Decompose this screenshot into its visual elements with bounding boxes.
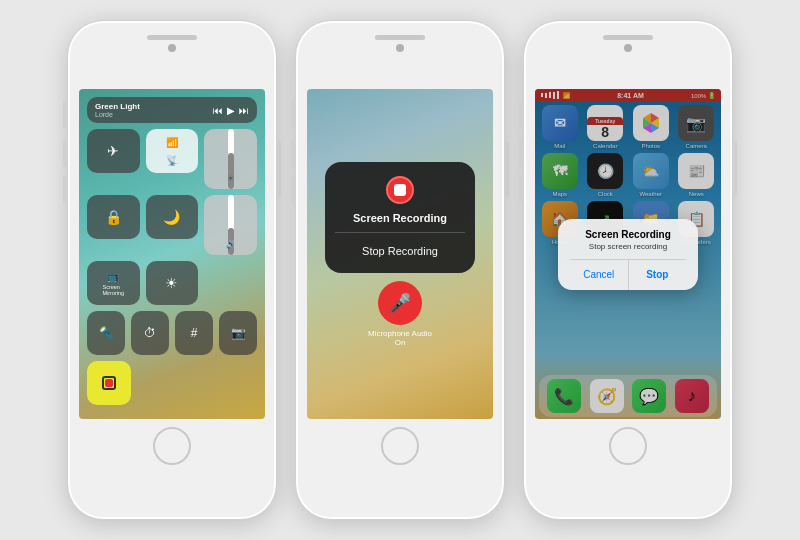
calculator-button[interactable]: # <box>175 311 213 355</box>
alert-overlay: Screen Recording Stop screen recording C… <box>535 89 721 419</box>
timer-button[interactable]: ⏱ <box>131 311 169 355</box>
control-center-bg: Green Light Lorde ⏮ ▶ ⏭ ✈ 📶 📡 <box>79 89 265 419</box>
connectivity-widget[interactable]: 📶 📡 <box>146 129 199 173</box>
alert-title: Screen Recording <box>570 229 686 240</box>
screen-mirroring-button[interactable]: 📺 ScreenMirroring <box>87 261 140 305</box>
power-button-2[interactable] <box>505 141 509 197</box>
front-camera <box>168 44 176 52</box>
iphone-1-top <box>68 21 276 89</box>
mute-button-2[interactable] <box>291 101 295 129</box>
airplane-icon: ✈ <box>107 143 119 159</box>
speaker-grille <box>147 35 197 40</box>
microphone-label: Microphone AudioOn <box>368 329 432 347</box>
airplane-mode-toggle[interactable]: ✈ <box>87 129 140 173</box>
volume-slider[interactable]: 🔊 <box>204 195 257 255</box>
microphone-area: 🎤 Microphone AudioOn <box>368 281 432 347</box>
iphone-1-screen: Green Light Lorde ⏮ ▶ ⏭ ✈ 📶 📡 <box>79 89 265 419</box>
home-button-2[interactable] <box>381 427 419 465</box>
brightness-tap[interactable]: ☀ <box>146 261 199 305</box>
moon-icon: 🌙 <box>163 209 180 225</box>
volume-up-button-2[interactable] <box>291 139 295 167</box>
volume-down-button-3[interactable] <box>519 175 523 203</box>
iphone-2-screen: Screen Recording Stop Recording 🎤 Microp… <box>307 89 493 419</box>
lock-rotation-icon: 🔒 <box>105 209 122 225</box>
bluetooth-icon[interactable]: 📡 <box>166 155 178 166</box>
screen-recording-popup: Screen Recording Stop Recording <box>325 162 475 273</box>
alert-buttons: Cancel Stop <box>570 260 686 290</box>
alert-cancel-button[interactable]: Cancel <box>570 260 628 290</box>
wifi-icon[interactable]: 📶 <box>166 137 178 148</box>
brightness-slider[interactable]: ☀ <box>204 129 257 189</box>
iphone-2-top <box>296 21 504 89</box>
iphone-1: Green Light Lorde ⏮ ▶ ⏭ ✈ 📶 📡 <box>67 20 277 520</box>
stop-recording-alert: Screen Recording Stop screen recording C… <box>558 219 698 290</box>
track-artist: Lorde <box>95 111 140 118</box>
iphone-3-top <box>524 21 732 89</box>
iphone-3: 📶 8:41 AM 100% 🔋 ✉ Mail Tuesday8 Calenda… <box>523 20 733 520</box>
alert-message: Stop screen recording <box>570 242 686 251</box>
screen-mirror-icon: 📺 <box>107 271 119 282</box>
popup-divider <box>335 232 465 233</box>
iphone-2: Screen Recording Stop Recording 🎤 Microp… <box>295 20 505 520</box>
volume-up-button[interactable] <box>63 139 67 167</box>
mute-button[interactable] <box>63 101 67 129</box>
brightness-icon: ☀ <box>165 275 178 291</box>
next-track-icon[interactable]: ⏭ <box>239 105 249 116</box>
speaker-grille-2 <box>375 35 425 40</box>
playback-controls[interactable]: ⏮ ▶ ⏭ <box>213 105 249 116</box>
iphone-3-screen: 📶 8:41 AM 100% 🔋 ✉ Mail Tuesday8 Calenda… <box>535 89 721 419</box>
screen-recording-bg: Screen Recording Stop Recording 🎤 Microp… <box>307 89 493 419</box>
volume-up-button-3[interactable] <box>519 139 523 167</box>
record-inner <box>105 379 113 387</box>
now-playing-info: Green Light Lorde <box>95 102 140 118</box>
home-screen-bg: 📶 8:41 AM 100% 🔋 ✉ Mail Tuesday8 Calenda… <box>535 89 721 419</box>
volume-down-button-2[interactable] <box>291 175 295 203</box>
rotation-lock-toggle[interactable]: 🔒 <box>87 195 140 239</box>
volume-down-button[interactable] <box>63 175 67 203</box>
power-button-3[interactable] <box>733 141 737 197</box>
prev-track-icon[interactable]: ⏮ <box>213 105 223 116</box>
front-camera-3 <box>624 44 632 52</box>
popup-title: Screen Recording <box>353 212 447 224</box>
recording-indicator-icon <box>386 176 414 204</box>
brightness-fill <box>228 153 234 189</box>
stop-recording-button[interactable]: Stop Recording <box>362 241 438 261</box>
power-button[interactable] <box>277 141 281 197</box>
speaker-grille-3 <box>603 35 653 40</box>
camera-shortcut-button[interactable]: 📷 <box>219 311 257 355</box>
camera-shortcut-icon: 📷 <box>231 326 246 340</box>
microphone-button[interactable]: 🎤 <box>378 281 422 325</box>
play-pause-icon[interactable]: ▶ <box>227 105 235 116</box>
screen-record-button[interactable] <box>87 361 131 405</box>
alert-stop-button[interactable]: Stop <box>629 260 687 290</box>
home-button-1[interactable] <box>153 427 191 465</box>
screen-mirror-label: ScreenMirroring <box>102 284 124 296</box>
track-title: Green Light <box>95 102 140 111</box>
flashlight-toggle[interactable]: 🔦 <box>87 311 125 355</box>
front-camera-2 <box>396 44 404 52</box>
record-icon <box>102 376 116 390</box>
home-button-3[interactable] <box>609 427 647 465</box>
mute-button-3[interactable] <box>519 101 523 129</box>
do-not-disturb-toggle[interactable]: 🌙 <box>146 195 199 239</box>
flashlight-icon: 🔦 <box>99 326 114 340</box>
calculator-icon: # <box>191 326 198 340</box>
timer-icon: ⏱ <box>144 326 156 340</box>
record-square <box>394 184 406 196</box>
now-playing-widget[interactable]: Green Light Lorde ⏮ ▶ ⏭ <box>87 97 257 123</box>
